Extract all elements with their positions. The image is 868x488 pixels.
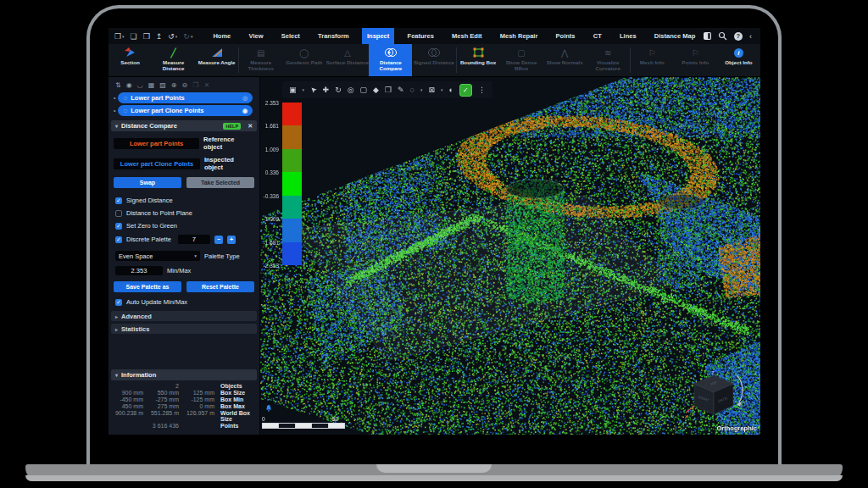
set-zero-to-green-checkbox[interactable]: ✓ (115, 223, 122, 230)
statistics-section-header[interactable]: ▸ Statistics (111, 324, 257, 334)
swap-button[interactable]: Swap (114, 177, 181, 188)
collapse-ribbon-icon[interactable]: ‹ (749, 32, 752, 41)
tree-row: • ◌ Lower part Points ◎ (114, 92, 253, 103)
palette-type-select[interactable]: Even Space ▾ (115, 251, 200, 261)
chevron-down-icon[interactable]: ▾ (175, 34, 178, 39)
cut-icon[interactable]: ✎ (398, 86, 404, 94)
select-arrow-icon[interactable]: ➤ (309, 85, 319, 95)
save-icon[interactable]: ❒ (143, 32, 150, 41)
save-palette-button[interactable]: Save Palette as (114, 281, 181, 292)
ribbon-label: Show Normals (547, 59, 583, 65)
deselect-icon[interactable]: ⊠ (428, 86, 435, 94)
reset-palette-button[interactable]: Reset Palette (186, 281, 254, 292)
help-badge[interactable]: HELP (223, 123, 241, 130)
texture-icon[interactable]: ▦ (148, 81, 155, 89)
chevron-down-icon[interactable]: ▾ (441, 87, 443, 92)
advanced-section-header[interactable]: ▸ Advanced (111, 311, 257, 321)
info-value (181, 383, 217, 389)
notification-bell-icon[interactable] (264, 404, 273, 413)
ribbon-measure-distance-button[interactable]: ╱ Measure Distance (152, 44, 195, 76)
inspected-object-field[interactable]: Lower part Clone Points (114, 158, 200, 169)
distance-to-point-plane-checkbox[interactable] (115, 210, 122, 217)
curve-icon[interactable]: ◡ (137, 81, 143, 89)
ribbon-label: Bounding Box (460, 59, 496, 65)
select-volume-icon[interactable]: ◆ (373, 86, 379, 94)
distance-compare-header[interactable]: ▾ Distance Compare HELP ✕ (111, 120, 257, 131)
sort-icon[interactable]: ⇅ (115, 81, 121, 89)
tab-mesh-repair[interactable]: Mesh Repair (495, 28, 543, 44)
scale-band (282, 242, 302, 265)
rect-select-icon[interactable]: ▢ (360, 86, 368, 94)
navigation-cube[interactable]: Z TOP RIGHT BACK X Y (682, 369, 747, 421)
menu-tabs: Home View Select Transform Inspect Featu… (208, 28, 697, 44)
information-header[interactable]: ▾ Information (111, 369, 257, 380)
info-label: Box Size (217, 390, 256, 396)
search-icon[interactable] (718, 31, 727, 41)
tab-points[interactable]: Points (551, 28, 581, 44)
tab-ct[interactable]: CT (588, 28, 607, 44)
take-selected-button[interactable]: Take Selected (186, 177, 254, 188)
move-icon[interactable]: ✚ (323, 86, 330, 94)
tree-item-lower-part-clone-points[interactable]: ◌ Lower part Clone Points ◉ (118, 105, 253, 116)
ribbon-measure-angle-button[interactable]: Measure Angle (195, 44, 238, 76)
new-file-icon[interactable]: ❐ (114, 32, 121, 41)
reference-object-field[interactable]: Lower part Points (114, 138, 199, 149)
chevron-down-icon[interactable]: ▾ (122, 34, 125, 39)
tree-item-lower-part-points[interactable]: ◌ Lower part Points ◎ (118, 92, 253, 103)
ribbon-visualize-curvature-button: ≋ Visualize Curvature (587, 44, 630, 76)
measure-thickness-icon: ▤ (257, 47, 264, 58)
tab-view[interactable]: View (244, 28, 269, 44)
no-texture-icon[interactable]: ▨ (159, 81, 166, 89)
ribbon-section-button[interactable]: Section (108, 44, 152, 76)
tab-inspect[interactable]: Inspect (362, 28, 394, 44)
palette-count-input[interactable]: 7 (178, 235, 210, 244)
tab-lines[interactable]: Lines (615, 28, 642, 44)
discrete-palette-checkbox[interactable]: ✓ (115, 236, 122, 243)
panel-toggle-icon[interactable] (704, 32, 711, 40)
tab-transform[interactable]: Transform (313, 28, 354, 44)
tab-distance-map[interactable]: Distance Map (649, 28, 697, 44)
tab-mesh-edit[interactable]: Mesh Edit (447, 28, 487, 44)
tab-features[interactable]: Features (403, 28, 439, 44)
more-menu-icon[interactable]: ⋮ (478, 86, 486, 94)
lasso-select-icon[interactable]: ◌ (410, 86, 415, 94)
scale-tick: 0.336 (265, 169, 279, 175)
signed-distance-checkbox[interactable]: ✓ (115, 197, 122, 204)
viewport-3d[interactable]: ▣▾ ➤ ✚ ↻ ◎ ▢ ◆ ❐ ✎ ◌▾ ⊠▾ ◐ ✓ ⋮ 2.353 1.6… (260, 77, 760, 435)
increase-button[interactable]: + (227, 236, 236, 244)
ribbon-object-info-button[interactable]: i Object Info (717, 44, 760, 76)
color-scale[interactable] (282, 103, 302, 265)
measure-angle-icon (211, 47, 223, 58)
open-folder-icon[interactable]: ❏ (131, 32, 137, 41)
confirm-button[interactable]: ✓ (459, 84, 472, 97)
ribbon-bounding-box-button[interactable]: Bounding Box (457, 44, 500, 76)
export-icon[interactable]: ↥ (156, 32, 163, 41)
visibility-eye-icon[interactable]: ◉ (242, 108, 248, 114)
expand-all-icon[interactable]: ⊕ (171, 81, 177, 89)
clip-disc-icon[interactable]: ◐ (449, 86, 453, 94)
visibility-icon[interactable]: ◉ (126, 81, 132, 89)
close-icon[interactable]: ✕ (248, 123, 253, 130)
collapse-all-icon[interactable]: ⊖ (182, 81, 188, 89)
chevron-down-icon[interactable]: ▾ (420, 87, 423, 92)
tab-select[interactable]: Select (276, 28, 305, 44)
ribbon-distance-compare-button[interactable]: Distance Compare (369, 44, 412, 76)
decrease-button[interactable]: − (214, 236, 223, 244)
duplicate-icon[interactable]: ❐ (385, 86, 392, 94)
minmax-input[interactable]: 2.353 (115, 266, 163, 275)
projection-mode-label[interactable]: Orthographic (716, 424, 757, 432)
scale-band (282, 172, 302, 195)
info-label: Box Max (217, 403, 256, 409)
undo-icon[interactable]: ↺ (168, 32, 175, 41)
chevron-down-icon[interactable]: ▾ (303, 87, 305, 92)
rotate-icon[interactable]: ↻ (335, 86, 342, 94)
rotate-arrow-icon[interactable] (737, 375, 743, 402)
info-label: Points (217, 423, 256, 429)
visibility-eye-icon[interactable]: ◎ (242, 95, 248, 102)
orbit-wheel-icon[interactable]: ◎ (348, 86, 354, 94)
duplicate-icon: ❐ (192, 81, 198, 89)
auto-update-checkbox[interactable]: ✓ (115, 299, 122, 306)
fit-view-icon[interactable]: ▣ (289, 86, 297, 94)
help-icon[interactable]: ? (734, 32, 743, 41)
tab-home[interactable]: Home (208, 28, 236, 44)
